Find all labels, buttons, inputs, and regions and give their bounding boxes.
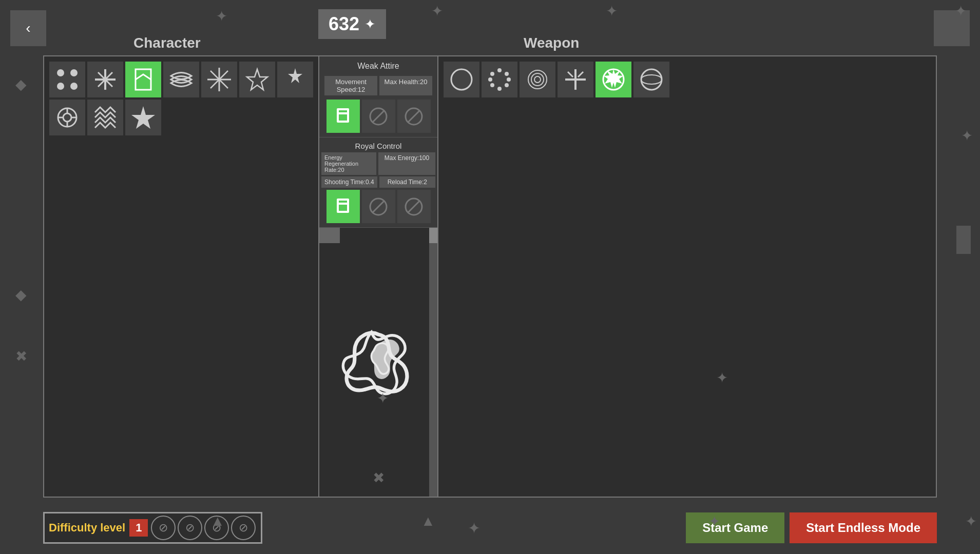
royal-slot-2[interactable] (397, 190, 431, 223)
weapon-slot-4[interactable] (595, 62, 631, 97)
back-button[interactable]: ‹ (10, 10, 46, 46)
svg-point-37 (497, 68, 502, 72)
svg-point-43 (488, 77, 492, 82)
weapon-slot-3[interactable] (558, 62, 593, 97)
weapon-slot-5[interactable] (633, 62, 669, 97)
svg-point-16 (63, 113, 71, 122)
currency-amount: 632 (329, 13, 359, 35)
svg-marker-13 (247, 69, 267, 90)
diff-slot-1[interactable]: ⊘ (151, 516, 176, 540)
character-label: Character (133, 35, 201, 51)
equip-slot-1[interactable] (362, 100, 395, 133)
svg-point-44 (490, 72, 494, 76)
svg-point-40 (505, 83, 509, 87)
svg-line-28 (408, 110, 420, 123)
diff-slot-2[interactable]: ⊘ (178, 516, 202, 540)
svg-point-47 (534, 76, 541, 83)
char-slot-8[interactable] (87, 100, 123, 135)
top-right-box (934, 10, 970, 46)
preview-area: ✖ (319, 228, 437, 497)
svg-point-2 (57, 83, 64, 90)
preview-top-box (319, 228, 340, 243)
svg-marker-21 (131, 106, 155, 129)
equip-slot-2[interactable] (397, 100, 431, 133)
char-slot-6[interactable] (277, 62, 313, 97)
energy-regen-row: Energy Regeneration Rate:20 Max Energy:1… (321, 152, 435, 175)
royal-control-stats: Energy Regeneration Rate:20 Max Energy:1… (321, 152, 435, 188)
char-slot-9[interactable] (125, 100, 161, 135)
start-game-button[interactable]: Start Game (686, 512, 784, 543)
svg-marker-8 (136, 69, 151, 90)
char-slot-2[interactable] (125, 62, 161, 97)
max-health-badge: Max Health:20 (379, 76, 432, 95)
char-slot-4[interactable] (201, 62, 237, 97)
back-icon: ‹ (26, 20, 30, 36)
svg-line-50 (568, 72, 573, 77)
deco-diamond-1: ◆ (15, 76, 27, 93)
svg-line-51 (578, 72, 583, 77)
weapon-preview (332, 316, 425, 408)
svg-rect-31 (339, 205, 347, 211)
royal-control-slots (321, 188, 435, 225)
weak-attire-section: Weak Attire Movement Speed:12 Max Health… (319, 56, 437, 137)
character-panel (43, 55, 319, 498)
deco-star-top-1: ✦ (216, 8, 227, 25)
weak-attire-title: Weak Attire (321, 58, 435, 74)
main-content: Weak Attire Movement Speed:12 Max Health… (43, 55, 937, 498)
deco-star-top-2: ✦ (431, 3, 443, 19)
svg-point-3 (70, 83, 78, 90)
svg-rect-30 (339, 201, 347, 203)
preview-deco-cross: ✖ (373, 469, 385, 486)
deco-star-top-3: ✦ (606, 3, 618, 19)
deco-star-1: ✦ (961, 127, 973, 144)
shooting-time-badge: Shooting Time:0.4 (321, 176, 377, 188)
center-panel: Weak Attire Movement Speed:12 Max Health… (319, 55, 437, 498)
char-slot-1[interactable] (87, 62, 123, 97)
preview-scrollbar[interactable] (429, 228, 437, 497)
weak-attire-slots (321, 97, 435, 135)
weapon-grid (444, 62, 931, 97)
max-energy-badge: Max Energy:100 (378, 152, 435, 175)
side-rect-1 (956, 226, 971, 254)
shooting-reload-row: Shooting Time:0.4 Reload Time:2 (321, 176, 435, 188)
char-slot-3[interactable] (163, 62, 199, 97)
reload-time-badge: Reload Time:2 (379, 176, 435, 188)
svg-point-0 (57, 69, 64, 76)
currency-display: 632 ✦ (318, 9, 386, 39)
weapon-slot-2[interactable] (520, 62, 555, 97)
svg-point-46 (531, 73, 544, 86)
svg-point-38 (505, 72, 509, 76)
diff-slot-4[interactable]: ⊘ (231, 516, 256, 540)
difficulty-value: 1 (129, 519, 148, 537)
weapon-panel (437, 55, 937, 498)
preview-scroll-thumb[interactable] (429, 228, 437, 243)
difficulty-label: Difficulty level (49, 521, 125, 535)
svg-point-41 (497, 87, 502, 91)
weapon-label: Weapon (524, 35, 579, 51)
weapon-slot-1[interactable] (482, 62, 517, 97)
royal-slot-1[interactable] (362, 190, 395, 223)
svg-line-35 (408, 201, 420, 213)
char-slot-7[interactable] (49, 100, 85, 135)
difficulty-control: Difficulty level 1 ⊘ ⊘ ⊘ ⊘ (43, 512, 262, 544)
svg-rect-23 (339, 110, 347, 112)
svg-rect-24 (339, 114, 347, 121)
movement-speed-badge: Movement Speed:12 (324, 76, 377, 95)
royal-control-section: Royal Control Energy Regeneration Rate:2… (319, 137, 437, 228)
char-slot-5[interactable] (239, 62, 275, 97)
svg-point-53 (641, 69, 662, 90)
svg-marker-14 (288, 68, 302, 83)
svg-point-1 (70, 69, 78, 76)
equip-slot-0[interactable] (326, 100, 360, 133)
char-slot-0[interactable] (49, 62, 85, 97)
deco-bottom-star-4: ✦ (965, 513, 977, 530)
svg-point-36 (451, 69, 472, 90)
deco-cross-1: ✖ (15, 348, 27, 365)
start-endless-button[interactable]: Start Endless Mode (790, 512, 937, 543)
weak-attire-stats: Movement Speed:12 Max Health:20 (321, 74, 435, 97)
deco-diamond-2: ◆ (15, 286, 27, 303)
weapon-slot-0[interactable] (444, 62, 479, 97)
royal-slot-0[interactable] (326, 190, 360, 223)
diff-slot-3[interactable]: ⊘ (204, 516, 229, 540)
currency-icon: ✦ (364, 16, 376, 32)
